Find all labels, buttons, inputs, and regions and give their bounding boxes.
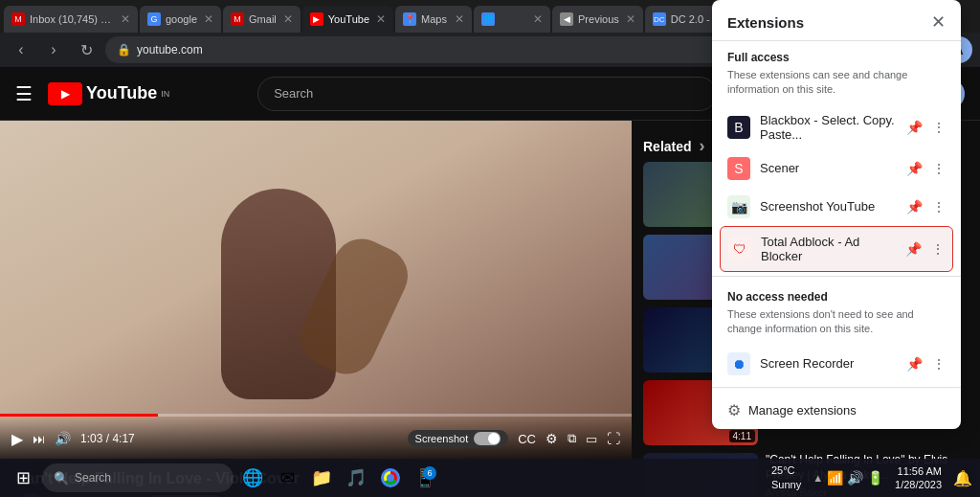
tab-label-maps: Maps [421, 13, 448, 25]
tab-label-previous: Previous [578, 13, 619, 25]
ext-item-scener[interactable]: S Scener 📌 ⋮ [712, 149, 961, 188]
tab-close-previous[interactable]: ✕ [626, 12, 635, 26]
lock-icon: 🔒 [117, 43, 131, 56]
hamburger-menu[interactable]: ☰ [15, 82, 33, 105]
play-button[interactable]: ▶ [11, 430, 23, 448]
clock-time: 11:56 AM [895, 464, 942, 478]
ext-pin-screenshot-yt[interactable]: 📌 [906, 199, 923, 215]
screenshot-badge[interactable]: Screenshot [408, 430, 509, 447]
taskbar-edge[interactable]: 🌐 [237, 463, 268, 493]
tab-label-google: google [166, 13, 197, 25]
tray-battery: 🔋 [867, 470, 883, 486]
tab-label-gmail: Gmail [249, 13, 277, 25]
reload-button[interactable]: ↻ [73, 36, 100, 63]
next-button[interactable]: ⏭ [33, 432, 45, 446]
ext-title: Extensions [727, 14, 804, 31]
taskbar-chrome[interactable] [375, 463, 406, 493]
tab-previous[interactable]: ◀ Previous ✕ [552, 6, 643, 33]
tab-favicon-maps: 📍 [403, 12, 416, 26]
sidebar-duration-indila: 4:11 [729, 430, 755, 442]
tab-favicon-google: G [147, 12, 161, 26]
extensions-popup: Extensions ✕ Full access These extension… [712, 0, 961, 429]
tab-maps[interactable]: 📍 Maps ✕ [395, 6, 472, 33]
tab-inbox[interactable]: M Inbox (10,745) - var... ✕ [4, 6, 138, 33]
taskbar-mail[interactable]: ✉ [272, 463, 302, 493]
ext-name-screenshot-yt: Screenshot YouTube [760, 199, 897, 214]
ext-more-blackbox[interactable]: ⋮ [932, 120, 946, 135]
ext-item-total-adblock[interactable]: 🛡 Total Adblock - Ad Blocker 📌 ⋮ [720, 226, 953, 272]
tab-close-inbox[interactable]: ✕ [121, 12, 130, 26]
tab-close-google[interactable]: ✕ [204, 12, 213, 26]
volume-button[interactable]: 🔊 [55, 431, 71, 446]
ext-pin-total-adblock[interactable]: 📌 [905, 241, 922, 257]
youtube-search-bar[interactable]: Search [257, 77, 717, 111]
taskbar-spotify[interactable]: 🎵 [341, 463, 371, 493]
youtube-logo-text: YouTube [86, 83, 157, 103]
ext-icon-scener: S [727, 157, 750, 180]
ext-manage-label: Manage extensions [748, 403, 857, 418]
ext-close-btn[interactable]: ✕ [931, 11, 946, 33]
tab-gmail[interactable]: M Gmail ✕ [223, 6, 301, 33]
video-frame [0, 121, 632, 461]
tab-label-youtube: YouTube [328, 13, 369, 25]
tab-favicon-dc: DC [653, 12, 666, 26]
next-icon[interactable]: › [700, 136, 705, 156]
taskbar-app-badge[interactable]: 📱 6 [410, 463, 440, 493]
ext-name-total-adblock: Total Adblock - Ad Blocker [761, 235, 896, 263]
back-button[interactable]: ‹ [8, 36, 34, 63]
video-area: ▶ ⏭ 🔊 1:03 / 4:17 Screenshot CC ⚙ ⧉ ▭ ⛶ [0, 121, 632, 497]
forward-button[interactable]: › [40, 36, 67, 63]
tab-google[interactable]: G google ✕ [140, 6, 221, 33]
video-controls: ▶ ⏭ 🔊 1:03 / 4:17 Screenshot CC ⚙ ⧉ ▭ ⛶ [0, 417, 632, 461]
tab-close-gmail[interactable]: ✕ [283, 12, 293, 26]
taskbar-search-label: Search [75, 471, 111, 485]
tab-favicon-gmail: M [231, 12, 244, 26]
ext-pin-blackbox[interactable]: 📌 [906, 120, 923, 135]
ext-pin-scener[interactable]: 📌 [906, 161, 923, 176]
ext-more-total-adblock[interactable]: ⋮ [931, 241, 945, 257]
address-text: youtube.com [137, 43, 203, 56]
ext-divider-2 [712, 387, 961, 388]
tray-arrow[interactable]: ▲ [813, 472, 823, 484]
screenshot-toggle[interactable] [474, 432, 501, 445]
taskbar: ⊞ 🔍 Search 🌐 ✉ 📁 🎵 📱 6 25°C Sunny ▲ 📶 🔊 … [0, 459, 980, 497]
settings-button[interactable]: ⚙ [546, 431, 558, 446]
tray-volume[interactable]: 🔊 [847, 470, 863, 486]
tab-close-youtube[interactable]: ✕ [376, 12, 386, 26]
ext-icon-screen-recorder: ⏺ [727, 352, 750, 375]
miniplayer-button[interactable]: ⧉ [568, 431, 576, 446]
related-label: Related [643, 139, 692, 154]
video-player[interactable]: ▶ ⏭ 🔊 1:03 / 4:17 Screenshot CC ⚙ ⧉ ▭ ⛶ [0, 121, 632, 461]
tab-close-maps[interactable]: ✕ [455, 12, 464, 26]
fullscreen-button[interactable]: ⛶ [607, 431, 620, 446]
ext-item-screen-recorder[interactable]: ⏺ Screen Recorder 📌 ⋮ [712, 345, 961, 383]
ext-item-screenshot-yt[interactable]: 📷 Screenshot YouTube 📌 ⋮ [712, 188, 961, 226]
ext-full-access-label: Full access [712, 41, 961, 68]
search-placeholder: Search [274, 86, 313, 101]
ext-name-scener: Scener [760, 161, 897, 175]
taskbar-search[interactable]: 🔍 Search [42, 463, 234, 492]
captions-button[interactable]: CC [518, 432, 536, 446]
ext-more-screen-recorder[interactable]: ⋮ [932, 356, 946, 372]
tab-favicon-earth: 🌐 [481, 12, 495, 26]
ext-more-scener[interactable]: ⋮ [932, 161, 946, 176]
tab-close-earth[interactable]: ✕ [533, 12, 543, 26]
ext-icon-screenshot-yt: 📷 [727, 195, 750, 218]
ext-pin-screen-recorder[interactable]: 📌 [906, 356, 923, 372]
tab-favicon-youtube: ▶ [310, 12, 323, 26]
ext-no-access-desc: These extensions don't need to see and c… [712, 307, 961, 345]
start-button[interactable]: ⊞ [8, 463, 38, 493]
notification-badge: 6 [423, 466, 436, 480]
ext-item-blackbox[interactable]: B Blackbox - Select. Copy. Paste... 📌 ⋮ [712, 105, 961, 149]
ext-manage-row[interactable]: ⚙ Manage extensions [712, 392, 961, 429]
theater-button[interactable]: ▭ [586, 432, 597, 446]
youtube-logo[interactable]: ▶ YouTubeIN [48, 82, 169, 105]
tab-youtube[interactable]: ▶ YouTube ✕ [302, 6, 393, 33]
youtube-badge: IN [161, 89, 169, 99]
notifications-tray-btn[interactable]: 🔔 [953, 469, 972, 487]
tab-earth[interactable]: 🌐 ✕ [474, 6, 550, 33]
taskbar-pinned-apps: 🌐 ✉ 📁 🎵 📱 6 [237, 463, 440, 493]
taskbar-time: 11:56 AM 1/28/2023 [887, 464, 949, 492]
taskbar-explorer[interactable]: 📁 [306, 463, 337, 493]
ext-more-screenshot-yt[interactable]: ⋮ [932, 199, 946, 215]
